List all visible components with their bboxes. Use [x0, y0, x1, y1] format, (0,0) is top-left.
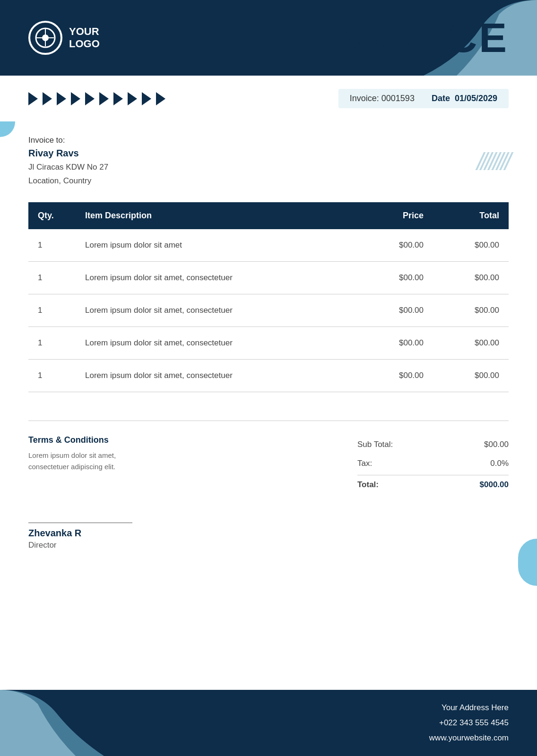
logo-circle — [28, 21, 62, 55]
invoice-title-area: INVOICE — [324, 17, 509, 59]
footer-contact: Your Address Here +022 343 555 4545 www.… — [429, 700, 509, 746]
terms-text: Lorem ipsum dolor sit amet,consectetuer … — [28, 450, 338, 472]
table-section: Qty. Item Description Price Total 1 — [0, 202, 537, 392]
arrow-icon-4 — [71, 92, 80, 105]
terms-title: Terms & Conditions — [28, 435, 338, 445]
invoice-table: Qty. Item Description Price Total 1 — [28, 202, 509, 392]
col-qty: Qty. — [28, 202, 76, 229]
arrow-icon-5 — [85, 92, 95, 105]
terms-section: Terms & Conditions Lorem ipsum dolor sit… — [28, 435, 338, 494]
col-price: Price — [357, 202, 433, 229]
invoice-to-label: Invoice to: — [28, 136, 414, 145]
footer-wave — [0, 690, 208, 756]
invoice-title: INVOICE — [324, 17, 509, 59]
arrow-icon-9 — [142, 92, 151, 105]
signature-left: Zhevanka R Director — [28, 523, 509, 550]
signature-title: Director — [28, 541, 509, 550]
invoice-to-right: //////// — [414, 136, 509, 188]
row2-desc: Lorem ipsum dolor sit amet, consectetuer — [76, 261, 357, 294]
logo-area: YOUR LOGO — [28, 21, 100, 55]
client-name: Rivay Ravs — [28, 148, 414, 159]
row5-price: $00.00 — [357, 359, 433, 392]
row2-qty: 1 — [28, 261, 76, 294]
row3-qty: 1 — [28, 294, 76, 326]
tax-value: 0.0% — [490, 459, 509, 468]
arrow-icon-7 — [113, 92, 123, 105]
row4-price: $00.00 — [357, 326, 433, 359]
table-row: 1 Lorem ipsum dolor sit amet, consectetu… — [28, 359, 509, 392]
arrow-icon-8 — [128, 92, 137, 105]
table-body: 1 Lorem ipsum dolor sit amet $00.00 $00.… — [28, 229, 509, 392]
arrow-icon-2 — [43, 92, 52, 105]
invoice-number: Invoice: 0001593 — [350, 94, 415, 103]
arrow-icon-10 — [156, 92, 165, 105]
diagonal-lines-decoration: //////// — [476, 147, 509, 176]
row5-desc: Lorem ipsum dolor sit amet, consectetuer — [76, 359, 357, 392]
row1-total: $00.00 — [433, 229, 509, 262]
arrow-icon-1 — [28, 92, 38, 105]
signature-section: Zhevanka R Director — [0, 494, 537, 550]
total-row: Total: $000.00 — [357, 475, 509, 494]
subtotal-row: Sub Total: $00.00 — [357, 435, 509, 454]
subtotal-value: $00.00 — [484, 440, 509, 449]
footer-phone: +022 343 555 4545 — [429, 715, 509, 730]
signature-name: Zhevanka R — [28, 528, 509, 539]
footer-website: www.yourwebsite.com — [429, 730, 509, 746]
table-row: 1 Lorem ipsum dolor sit amet, consectetu… — [28, 326, 509, 359]
client-address: Jl Ciracas KDW No 27 Location, Country — [28, 161, 414, 188]
row5-qty: 1 — [28, 359, 76, 392]
row1-desc: Lorem ipsum dolor sit amet — [76, 229, 357, 262]
total-value: $000.00 — [480, 480, 509, 490]
logo-text: YOUR LOGO — [69, 26, 100, 51]
row2-total: $00.00 — [433, 261, 509, 294]
arrow-icon-3 — [57, 92, 66, 105]
row4-qty: 1 — [28, 326, 76, 359]
table-row: 1 Lorem ipsum dolor sit amet, consectetu… — [28, 294, 509, 326]
invoice-meta: Invoice: 0001593 Date 01/05/2029 — [338, 89, 509, 108]
total-label: Total: — [357, 480, 379, 490]
row3-desc: Lorem ipsum dolor sit amet, consectetuer — [76, 294, 357, 326]
row2-price: $00.00 — [357, 261, 433, 294]
arrow-icon-6 — [99, 92, 109, 105]
arrows-row: Invoice: 0001593 Date 01/05/2029 — [0, 76, 537, 121]
table-row: 1 Lorem ipsum dolor sit amet, consectetu… — [28, 261, 509, 294]
bottom-section: Terms & Conditions Lorem ipsum dolor sit… — [0, 402, 537, 494]
row3-total: $00.00 — [433, 294, 509, 326]
table-header: Qty. Item Description Price Total — [28, 202, 509, 229]
invoice-date-value: 01/05/2029 — [455, 94, 497, 103]
row4-desc: Lorem ipsum dolor sit amet, consectetuer — [76, 326, 357, 359]
arrows-group — [28, 92, 165, 105]
footer: Your Address Here +022 343 555 4545 www.… — [0, 690, 537, 756]
row5-total: $00.00 — [433, 359, 509, 392]
row3-price: $00.00 — [357, 294, 433, 326]
col-total: Total — [433, 202, 509, 229]
bottom-divider — [28, 421, 509, 421]
row1-qty: 1 — [28, 229, 76, 262]
header: YOUR LOGO INVOICE — [0, 0, 537, 76]
invoice-to-left: Invoice to: Rivay Ravs Jl Ciracas KDW No… — [28, 136, 414, 188]
subtotal-label: Sub Total: — [357, 440, 393, 449]
signature-line — [28, 523, 132, 523]
invoice-date-label: Date — [432, 94, 450, 103]
invoice-to-section: Invoice to: Rivay Ravs Jl Ciracas KDW No… — [0, 121, 537, 198]
row4-total: $00.00 — [433, 326, 509, 359]
table-row: 1 Lorem ipsum dolor sit amet $00.00 $00.… — [28, 229, 509, 262]
row1-price: $00.00 — [357, 229, 433, 262]
totals-section: Sub Total: $00.00 Tax: 0.0% Total: $000.… — [357, 435, 509, 494]
tax-row: Tax: 0.0% — [357, 454, 509, 473]
col-description: Item Description — [76, 202, 357, 229]
bottom-content: Terms & Conditions Lorem ipsum dolor sit… — [28, 435, 509, 494]
tax-label: Tax: — [357, 459, 372, 468]
footer-address: Your Address Here — [429, 700, 509, 715]
